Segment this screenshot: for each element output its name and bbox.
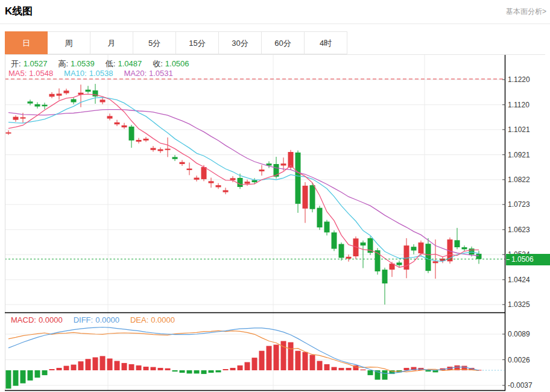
price-axis-label: 1.0723 — [508, 200, 549, 209]
candle-body — [28, 101, 33, 103]
open-label: 开: — [11, 59, 21, 68]
macd-label: MACD: — [11, 315, 36, 324]
ma10-readout: MA10:1.0538 — [64, 69, 115, 78]
candle-body — [426, 244, 431, 271]
macd-hist-bar — [209, 370, 214, 373]
candle-body — [180, 162, 185, 164]
candle-body — [245, 182, 250, 183]
candle-body — [107, 116, 113, 118]
candle-body — [252, 180, 258, 182]
macd-hist-bar — [303, 352, 308, 370]
candle-body — [259, 169, 265, 171]
low-value: 1.0487 — [118, 59, 142, 68]
tab-30min[interactable]: 30分 — [219, 31, 262, 54]
tab-4hour[interactable]: 4时 — [305, 31, 347, 54]
candle-body — [324, 222, 330, 233]
candle-body — [64, 90, 69, 93]
macd-hist-bar — [238, 365, 243, 370]
macd-legend: MACD:0.0000DIFF:0.0000DEA:0.0000 — [11, 315, 186, 324]
candle-body — [57, 93, 62, 95]
ma20-value: 1.0531 — [149, 69, 173, 78]
macd-hist-bar — [71, 365, 77, 370]
tab-month[interactable]: 月 — [90, 31, 133, 54]
macd-hist-bar — [230, 368, 236, 370]
price-axis-label: 1.1120 — [508, 100, 549, 110]
candle-body — [187, 169, 192, 171]
tab-15min[interactable]: 15分 — [176, 31, 219, 54]
price-axis-label: 1.1220 — [508, 75, 549, 84]
ma10-value: 1.0538 — [89, 69, 113, 78]
macd-axis-label: 0.0089 — [508, 329, 549, 339]
dea-readout: DEA:0.0000 — [130, 315, 177, 324]
macd-hist-bar — [28, 370, 33, 381]
ma-legend: MA5:1.0548MA10:1.0538MA20:1.0531 — [8, 69, 184, 78]
macd-hist-bar — [296, 351, 301, 370]
candle-body — [21, 118, 26, 119]
tab-60min[interactable]: 60分 — [262, 31, 305, 54]
candle-body — [230, 178, 236, 180]
macd-hist-bar — [144, 367, 149, 370]
high-label: 高: — [58, 59, 68, 68]
macd-hist-bar — [274, 345, 279, 371]
candle-body — [115, 122, 120, 124]
macd-hist-bar — [216, 370, 221, 372]
dea-value: 0.0000 — [151, 315, 175, 324]
macd-hist-bar — [57, 368, 62, 370]
ma5-value: 1.0548 — [29, 69, 53, 78]
candle-body — [42, 105, 48, 107]
low-label: 低: — [106, 59, 116, 68]
macd-hist-bar — [346, 368, 352, 370]
candle-body — [411, 247, 417, 250]
tab-week[interactable]: 周 — [48, 31, 90, 54]
candle-body — [122, 125, 127, 127]
macd-hist-bar — [93, 358, 98, 371]
candle-body — [6, 133, 11, 134]
page-title: K线图 — [5, 4, 33, 18]
ma10-label: MA10: — [64, 69, 87, 78]
tab-5min[interactable]: 5分 — [133, 31, 176, 54]
close-value: 1.0506 — [165, 59, 189, 68]
page-header: K线图 基本面分析> — [0, 0, 550, 24]
macd-hist-bar — [49, 369, 55, 370]
candle-body — [303, 186, 308, 209]
macd-hist-bar — [13, 370, 19, 386]
open-readout: 开:1.0527 — [11, 59, 49, 68]
macd-hist-bar — [259, 351, 265, 370]
price-axis-label: 1.0921 — [508, 150, 549, 160]
candle-body — [310, 185, 315, 209]
high-readout: 高:1.0539 — [58, 59, 96, 68]
ma20-line — [8, 110, 479, 256]
fundamental-analysis-link[interactable]: 基本面分析> — [506, 7, 546, 17]
macd-hist-bar — [310, 355, 315, 370]
candle-body — [129, 127, 134, 141]
macd-hist-bar — [317, 361, 323, 371]
macd-hist-bar — [115, 361, 120, 371]
macd-hist-bar — [107, 359, 113, 371]
macd-hist-bar — [382, 370, 388, 380]
candle-body — [165, 149, 171, 150]
candle-body — [419, 242, 424, 253]
candle-body — [100, 100, 106, 102]
macd-value: 0.0000 — [39, 315, 63, 324]
candle-body — [476, 254, 482, 259]
candle-body — [238, 178, 243, 187]
macd-axis-label: 0.0026 — [508, 355, 549, 365]
macd-hist-bar — [136, 365, 142, 370]
price-axis-label: 1.0424 — [508, 275, 549, 285]
price-axis-label: 1.0822 — [508, 175, 549, 185]
candle-body — [201, 167, 207, 179]
macd-hist-bar — [404, 368, 409, 370]
macd-hist-bar — [180, 370, 185, 373]
candle-body — [49, 94, 55, 97]
candle-body — [397, 262, 402, 265]
price-axis-label: 1.1021 — [508, 125, 549, 134]
macd-hist-bar — [187, 370, 192, 373]
macd-hist-bar — [332, 367, 337, 370]
tab-day[interactable]: 日 — [5, 31, 48, 54]
open-value: 1.0527 — [24, 59, 48, 68]
ma5-readout: MA5:1.0548 — [8, 69, 55, 78]
macd-hist-bar — [35, 370, 40, 378]
candle-body — [382, 270, 388, 283]
macd-hist-bar — [426, 370, 431, 371]
dea-label: DEA: — [130, 315, 148, 324]
